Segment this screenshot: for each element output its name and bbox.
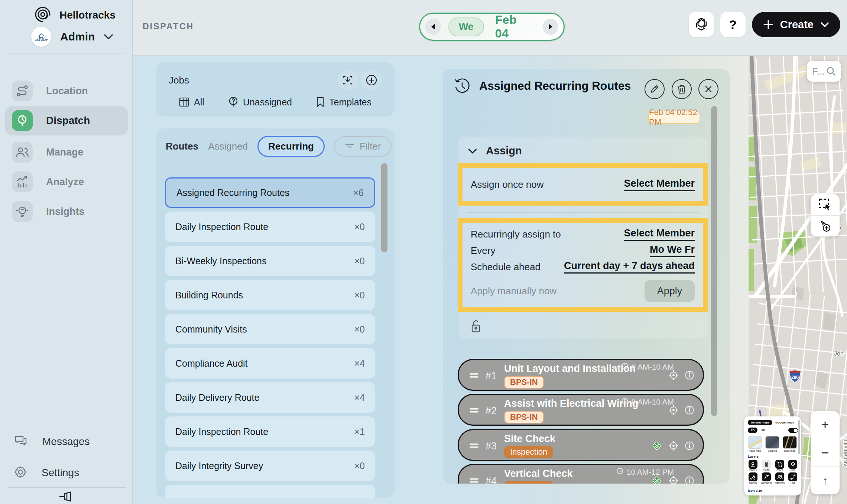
drag-handle-icon[interactable] (469, 408, 479, 415)
route-list-item[interactable]: Building Rounds×0 (165, 280, 375, 310)
detail-scrollbar[interactable] (711, 106, 717, 416)
map-search-box[interactable]: F... (807, 61, 841, 82)
job-info-icon[interactable] (684, 370, 695, 382)
apply-button[interactable]: Apply (645, 280, 695, 302)
next-day-button[interactable] (543, 19, 558, 35)
add-job-button[interactable] (361, 70, 382, 91)
help-button[interactable]: ? (720, 12, 746, 37)
route-list-item[interactable]: Daily Integrity Survey×0 (165, 451, 375, 481)
route-list-item[interactable]: Daily Inspection Route×1 (165, 416, 375, 447)
route-job-item[interactable]: #1Unit Layout and InstallationBPS-IN9 AM… (458, 359, 704, 391)
routes-filter-button[interactable]: Filter (334, 136, 392, 157)
import-jobs-button[interactable] (337, 70, 358, 91)
zoom-out-button[interactable]: − (811, 439, 840, 467)
marquee-select-button[interactable] (811, 194, 840, 215)
map-tab-default[interactable]: Default maps (748, 420, 772, 425)
prev-day-button[interactable] (425, 19, 441, 35)
edit-route-button[interactable] (645, 79, 665, 99)
route-name: Community Visits (175, 324, 247, 335)
sidebar: Hellotracks BAYVIEW Admin LocationDispat… (0, 0, 133, 504)
route-job-item[interactable]: #2Assist with Electrical WiringBPS-IN9 A… (458, 394, 704, 426)
close-panel-button[interactable] (698, 79, 718, 99)
assign-section-header[interactable]: Assign (467, 145, 522, 157)
zoom-in-button[interactable]: + (811, 411, 840, 439)
route-list-item[interactable]: Assigned Recurring Routes×6 (165, 177, 375, 208)
routes-scrollbar[interactable] (381, 163, 387, 252)
add-place-button[interactable] (811, 215, 840, 237)
map-mode-3d[interactable]: 3D (761, 429, 765, 432)
route-list-item[interactable] (165, 485, 375, 498)
layer-toggle-jobs[interactable]: Jobs (788, 460, 798, 471)
recurring-select-member[interactable]: Select Member (624, 228, 695, 241)
layer-toggle-trips[interactable]: Trips (788, 472, 798, 484)
route-job-item[interactable]: #3Site CheckInspection (458, 429, 704, 461)
manage-icon (12, 142, 33, 163)
job-order-number: #4 (486, 475, 497, 484)
clock-icon (621, 362, 629, 372)
route-list-item[interactable]: Daily Inspection Route×0 (165, 212, 375, 242)
sidebar-item-location[interactable]: Location (5, 76, 128, 106)
route-name: Assigned Recurring Routes (176, 187, 289, 198)
map-type-dark-map[interactable]: Dark map (783, 436, 797, 452)
layer-label: Routes (748, 481, 758, 484)
layer-toggle-places[interactable]: Places (748, 460, 758, 471)
import-icon (342, 75, 353, 86)
route-job-item[interactable]: #4Vertical CheckInspection10 AM-12 PM (458, 464, 704, 484)
settings-icon (14, 466, 27, 480)
layer-toggle-zones[interactable]: Zones (775, 460, 785, 471)
create-button[interactable]: Create (752, 12, 840, 37)
map-mode-toggle[interactable] (788, 428, 798, 433)
jobs-tab-all[interactable]: All (179, 97, 204, 108)
assign-once-select-member[interactable]: Select Member (624, 178, 695, 191)
settings-scrollbar[interactable] (798, 420, 800, 454)
layer-toggle-members[interactable]: Members (775, 472, 785, 484)
drag-handle-icon[interactable] (469, 443, 479, 450)
schedule-ahead-value[interactable]: Current day + 7 days ahead (564, 260, 695, 274)
account-switcher[interactable]: BAYVIEW Admin (31, 27, 113, 47)
locate-job-icon[interactable] (668, 475, 679, 484)
sidebar-item-dispatch[interactable]: Dispatch (5, 106, 128, 135)
current-date[interactable]: Feb 04 (495, 13, 532, 40)
job-order-number: #2 (486, 405, 497, 417)
job-info-icon[interactable] (684, 441, 695, 452)
route-list-item[interactable]: Daily Delivery Route×4 (165, 382, 375, 413)
sidebar-item-settings[interactable]: Settings (5, 462, 128, 484)
brand[interactable]: Hellotracks (34, 6, 116, 24)
routes-tab-recurring[interactable]: Recurring (257, 136, 325, 157)
sidebar-pin-toggle[interactable] (59, 491, 74, 504)
drag-handle-icon[interactable] (469, 373, 479, 380)
arrow-right-icon (548, 23, 554, 30)
route-list-item[interactable]: Compliance Audit×4 (165, 348, 375, 379)
map-mode-2d[interactable]: 2D (748, 428, 757, 433)
map-tab-google[interactable]: Google maps (775, 421, 794, 424)
sidebar-item-insights[interactable]: Insights (5, 197, 128, 226)
sidebar-item-messages[interactable]: Messages (5, 431, 128, 453)
pan-up-button[interactable]: ↑ (811, 467, 840, 494)
jobs-tab-templates[interactable]: Templates (316, 96, 371, 108)
help-label: ? (729, 17, 737, 32)
layer-toggle-routes[interactable]: Routes (748, 472, 758, 484)
locate-job-icon[interactable] (668, 440, 679, 453)
route-count: ×1 (354, 426, 365, 437)
delete-route-button[interactable] (672, 79, 692, 99)
route-list-item[interactable]: Bi-Weekly Inspections×0 (165, 246, 375, 276)
route-name: Building Rounds (175, 290, 243, 301)
job-info-icon[interactable] (684, 405, 695, 417)
locate-job-icon[interactable] (668, 405, 679, 417)
route-list-item[interactable]: Community Visits×0 (165, 314, 375, 344)
sidebar-item-manage[interactable]: Manage (5, 137, 128, 167)
layer-toggle-waypoints[interactable]: Waypoints (761, 472, 772, 484)
map-type-satellite[interactable]: Satellite (765, 436, 779, 452)
routes-tab-assigned[interactable]: Assigned (208, 141, 248, 152)
map-type-road-map[interactable]: Road map (748, 436, 762, 452)
ai-assistant-button[interactable] (689, 12, 714, 37)
every-value[interactable]: Mo We Fr (650, 244, 695, 257)
drag-handle-icon[interactable] (469, 478, 479, 484)
weekday-chip[interactable]: We (448, 17, 484, 36)
job-info-icon[interactable] (684, 475, 695, 484)
unlock-icon[interactable] (470, 319, 482, 336)
layer-toggle-traffic[interactable]: Traffic (761, 460, 772, 471)
sidebar-item-analyze[interactable]: Analyze (5, 167, 128, 197)
locate-job-icon[interactable] (668, 370, 679, 382)
jobs-tab-unassigned[interactable]: Unassigned (228, 96, 292, 108)
